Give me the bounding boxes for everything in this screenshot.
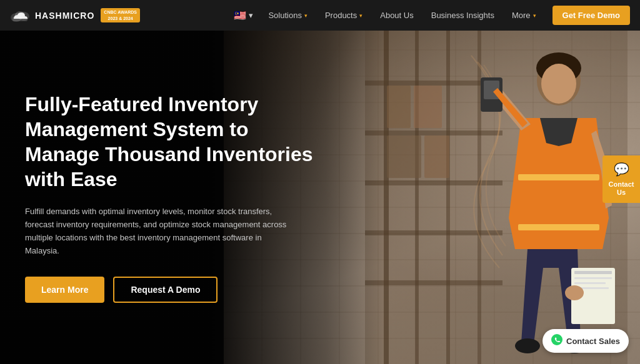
request-demo-button[interactable]: Request A Demo [113,277,218,303]
nav-products[interactable]: Products ▾ [316,0,371,31]
navbar-left: HASHMICRO CNBC AWARDS 2023 & 2024 [10,8,140,22]
hero-section: Fully-Featured Inventory Management Syst… [0,31,640,364]
nav-more[interactable]: More ▾ [503,0,545,31]
flag-icon: 🇲🇾 [234,9,246,21]
logo-area[interactable]: HASHMICRO [10,9,94,22]
svg-rect-22 [518,224,599,230]
hero-worker-image [365,31,628,364]
navbar-nav: 🇲🇾 ▾ Solutions ▾ Products ▾ About Us Bus… [228,0,544,31]
svg-rect-21 [518,174,599,180]
learn-more-button[interactable]: Learn More [25,277,104,303]
svg-rect-30 [574,282,606,284]
nav-insights[interactable]: Business Insights [422,0,503,31]
svg-point-25 [515,338,540,353]
solutions-arrow: ▾ [304,12,308,19]
more-arrow: ▾ [533,12,536,19]
contact-us-float[interactable]: 💬 Contact Us [602,155,640,203]
nav-about[interactable]: About Us [371,0,422,31]
hero-description: Fulfill demands with optimal inventory l… [25,205,288,257]
hero-title: Fully-Featured Inventory Management Syst… [25,92,327,192]
contact-sales-button[interactable]: Contact Sales [542,329,629,353]
svg-rect-14 [387,86,411,128]
award-line1: CNBC AWARDS [104,9,137,15]
svg-rect-13 [365,280,502,285]
svg-rect-15 [414,86,442,128]
hero-content: Fully-Featured Inventory Management Syst… [0,31,352,364]
logo-icon [10,9,30,22]
svg-point-33 [551,334,562,345]
contact-sales-label: Contact Sales [566,337,620,346]
award-badge: CNBC AWARDS 2023 & 2024 [101,8,140,22]
logo-text: HASHMICRO [35,11,94,21]
svg-rect-28 [574,271,612,274]
get-free-demo-button[interactable]: Get Free Demo [552,6,630,25]
hero-buttons: Learn More Request A Demo [25,277,327,303]
flag-dropdown-arrow: ▾ [249,11,253,20]
contact-us-label: Contact Us [606,180,636,197]
products-arrow: ▾ [359,12,362,19]
svg-rect-10 [365,130,502,135]
svg-point-32 [565,285,584,300]
nav-solutions[interactable]: Solutions ▾ [259,0,316,31]
svg-rect-16 [387,135,421,178]
svg-rect-12 [365,230,502,235]
svg-point-20 [541,64,576,104]
svg-rect-29 [574,277,612,279]
chat-icon: 💬 [614,162,629,177]
whatsapp-icon [551,334,562,348]
navbar: HASHMICRO CNBC AWARDS 2023 & 2024 🇲🇾 ▾ S… [0,0,640,31]
flag-selector[interactable]: 🇲🇾 ▾ [228,9,259,21]
award-line2: 2023 & 2024 [104,16,137,21]
svg-rect-17 [424,135,449,178]
